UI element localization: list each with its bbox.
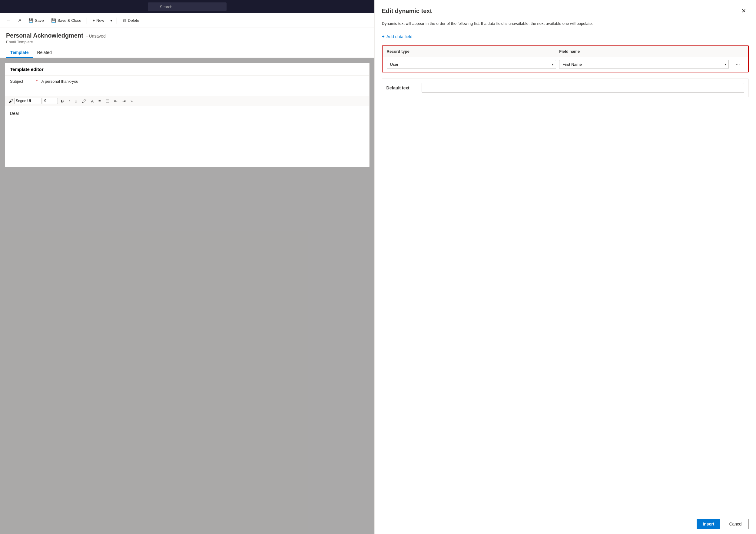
field-name-select[interactable]: First Name Last Name Email Phone bbox=[559, 60, 729, 69]
row-ellipsis-button[interactable]: ··· bbox=[732, 60, 744, 68]
tab-template[interactable]: Template bbox=[6, 47, 33, 58]
editor-header: Template editor bbox=[5, 63, 369, 76]
editor-toolbar: 🖌 Segoe UI 9 B I U 🖊 A ≡ ☰ ⇤ ⇥ » bbox=[5, 96, 369, 106]
delete-icon: 🗑 bbox=[122, 18, 126, 23]
table-header-row: Record type Field name bbox=[383, 46, 748, 57]
top-bar: 🔍 Search bbox=[0, 0, 374, 13]
paint-icon: 🖌 bbox=[9, 98, 13, 103]
tab-related[interactable]: Related bbox=[33, 47, 56, 58]
template-editor: Template editor Subject * A personal tha… bbox=[5, 63, 369, 167]
font-color-button[interactable]: A bbox=[89, 98, 95, 104]
subject-field: Subject * A personal thank-you bbox=[5, 76, 369, 87]
font-family-select[interactable]: Segoe UI bbox=[14, 98, 41, 104]
align-left-button[interactable]: ≡ bbox=[96, 98, 103, 104]
add-data-field-button[interactable]: + Add data field bbox=[382, 32, 413, 42]
save-close-icon: 💾 bbox=[51, 18, 56, 23]
modal-close-button[interactable]: ✕ bbox=[739, 6, 749, 16]
modal-content: + Add data field Record type Field name … bbox=[375, 32, 756, 514]
record-type-select[interactable]: User Contact Account Lead bbox=[387, 60, 556, 69]
add-icon: + bbox=[382, 34, 385, 40]
field-name-dropdown-wrapper: First Name Last Name Email Phone ▾ bbox=[559, 60, 729, 69]
page-tabs: Template Related bbox=[6, 47, 368, 58]
indent-button[interactable]: ⇥ bbox=[121, 98, 127, 104]
subject-value: A personal thank-you bbox=[41, 79, 78, 84]
search-box: Search bbox=[148, 2, 227, 11]
share-button[interactable]: ↗ bbox=[15, 17, 24, 24]
table-row: User Contact Account Lead ▾ First Name L… bbox=[383, 57, 748, 72]
unsaved-badge: - Unsaved bbox=[86, 34, 106, 39]
font-size-select[interactable]: 9 bbox=[43, 98, 58, 104]
cancel-button[interactable]: Cancel bbox=[723, 519, 749, 529]
back-button[interactable]: ← bbox=[4, 17, 14, 24]
toolbar-divider-2 bbox=[117, 17, 117, 24]
toolbar: ← ↗ 💾 Save 💾 Save & Close + New ▾ 🗑 Dele… bbox=[0, 13, 374, 28]
record-type-header: Record type bbox=[387, 49, 559, 54]
back-icon: ← bbox=[7, 18, 11, 23]
data-field-table: Record type Field name User Contact Acco… bbox=[382, 45, 749, 72]
editor-body-text: Dear bbox=[10, 111, 19, 116]
modal-description: Dynamic text will appear in the order of… bbox=[375, 21, 756, 32]
page-header: Personal Acknowledgment - Unsaved Email … bbox=[0, 28, 374, 58]
bold-button[interactable]: B bbox=[59, 98, 66, 104]
page-subtitle: Email Template bbox=[6, 40, 368, 44]
delete-button[interactable]: 🗑 Delete bbox=[119, 17, 142, 24]
new-button[interactable]: + New bbox=[89, 17, 107, 24]
field-name-header: Field name bbox=[559, 49, 732, 54]
required-indicator: * bbox=[36, 79, 38, 84]
editor-spacer bbox=[5, 87, 369, 96]
modal-header: Edit dynamic text ✕ bbox=[375, 0, 756, 21]
modal-title: Edit dynamic text bbox=[382, 8, 432, 14]
save-icon: 💾 bbox=[28, 18, 33, 23]
highlight-button[interactable]: 🖊 bbox=[80, 98, 88, 104]
editor-body[interactable]: Dear bbox=[5, 106, 369, 167]
new-dropdown-button[interactable]: ▾ bbox=[108, 17, 114, 24]
search-placeholder: Search bbox=[160, 5, 172, 9]
modal-panel: Edit dynamic text ✕ Dynamic text will ap… bbox=[374, 0, 756, 534]
save-close-button[interactable]: 💾 Save & Close bbox=[48, 17, 85, 24]
outdent-button[interactable]: ⇤ bbox=[112, 98, 119, 104]
quote-button[interactable]: » bbox=[129, 98, 134, 104]
modal-footer: Insert Cancel bbox=[375, 514, 756, 534]
insert-button[interactable]: Insert bbox=[697, 519, 720, 529]
record-type-dropdown-wrapper: User Contact Account Lead ▾ bbox=[387, 60, 556, 69]
save-button[interactable]: 💾 Save bbox=[25, 17, 47, 24]
share-icon: ↗ bbox=[18, 18, 21, 23]
bullets-button[interactable]: ☰ bbox=[104, 98, 111, 104]
subject-label: Subject bbox=[10, 79, 31, 84]
default-text-section: Default text bbox=[382, 78, 749, 97]
page-title: Personal Acknowledgment bbox=[6, 32, 83, 39]
italic-button[interactable]: I bbox=[67, 98, 71, 104]
background-panel: 🔍 Search ← ↗ 💾 Save 💾 Save & Close + New… bbox=[0, 0, 374, 534]
default-text-label: Default text bbox=[387, 85, 417, 90]
new-icon: + bbox=[93, 18, 95, 23]
underline-button[interactable]: U bbox=[73, 98, 79, 104]
default-text-input[interactable] bbox=[421, 83, 744, 93]
toolbar-divider bbox=[87, 17, 87, 24]
